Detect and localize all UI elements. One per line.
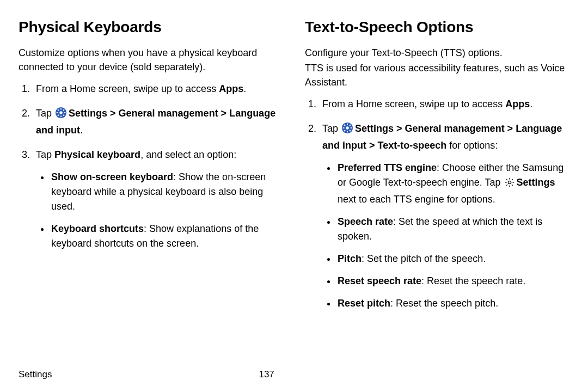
right-intro-2: TTS is used for various accessibility fe… xyxy=(305,61,569,89)
page-footer: Settings 137 xyxy=(19,369,569,380)
text: Tap xyxy=(322,123,341,134)
right-bullet-5: Reset pitch: Reset the speech pitch. xyxy=(336,296,569,311)
text: for options: xyxy=(446,140,498,151)
text: . xyxy=(243,83,246,94)
text: Tap xyxy=(36,108,54,119)
bullet-title: Pitch xyxy=(338,253,362,264)
right-bullet-1: Preferred TTS engine: Choose either the … xyxy=(336,161,569,207)
svg-line-28 xyxy=(512,179,513,180)
two-column-layout: Physical Keyboards Customize options whe… xyxy=(19,16,569,321)
right-bullet-3: Pitch: Set the pitch of the speech. xyxy=(336,252,569,266)
left-step-1: From a Home screen, swipe up to access A… xyxy=(33,82,283,96)
svg-point-11 xyxy=(346,127,349,130)
text: From a Home screen, swipe up to access xyxy=(36,83,219,94)
settings-path-label: Settings > General management > Language… xyxy=(36,108,275,136)
left-column: Physical Keyboards Customize options whe… xyxy=(19,16,283,321)
text: , and select an option: xyxy=(140,149,236,160)
settings-path-label: Settings > General management > Language… xyxy=(322,123,562,151)
left-bullets: Show on-screen keyboard: Show the on-scr… xyxy=(36,170,283,251)
bullet-text: : Reset the speech rate. xyxy=(421,275,525,286)
left-step-3: Tap Physical keyboard, and select an opt… xyxy=(33,148,283,251)
svg-point-1 xyxy=(59,111,63,114)
right-step-2: Tap Settings > General management > Lang… xyxy=(319,121,569,311)
svg-line-25 xyxy=(506,179,507,180)
right-bullet-2: Speech rate: Set the speed at which the … xyxy=(336,215,569,244)
bullet-text: : Set the pitch of the speech. xyxy=(362,253,486,264)
footer-page-number: 137 xyxy=(259,369,274,380)
settings-filled-icon xyxy=(341,122,353,138)
bullet-title: Reset speech rate xyxy=(338,275,421,286)
bullet-text: : Reset the speech pitch. xyxy=(390,298,498,309)
svg-point-20 xyxy=(508,181,511,184)
right-intro-1: Configure your Text-to-Speech (TTS) opti… xyxy=(305,46,569,60)
bullet-title: Keyboard shortcuts xyxy=(51,223,144,234)
settings-filled-icon xyxy=(55,107,67,123)
text: Tap xyxy=(36,149,54,160)
apps-label: Apps xyxy=(219,83,243,94)
settings-label: Settings xyxy=(517,177,555,188)
left-step-2: Tap Settings > General management > Lang… xyxy=(33,106,283,138)
right-steps: From a Home screen, swipe up to access A… xyxy=(305,97,569,311)
left-heading: Physical Keyboards xyxy=(19,19,283,36)
left-bullet-1: Show on-screen keyboard: Show the on-scr… xyxy=(50,170,283,214)
right-column: Text-to-Speech Options Configure your Te… xyxy=(305,16,569,321)
bullet-title: Speech rate xyxy=(338,216,393,227)
bullet-title: Preferred TTS engine xyxy=(338,162,437,173)
left-steps: From a Home screen, swipe up to access A… xyxy=(19,82,283,251)
left-bullet-2: Keyboard shortcuts: Show explanations of… xyxy=(50,222,283,251)
text: . xyxy=(80,125,83,136)
left-intro: Customize options when you have a physic… xyxy=(19,46,283,74)
bullet-title: Show on-screen keyboard xyxy=(51,171,173,182)
physical-keyboard-label: Physical keyboard xyxy=(54,149,140,160)
right-heading: Text-to-Speech Options xyxy=(305,19,569,36)
manual-page: Physical Keyboards Customize options whe… xyxy=(0,0,588,392)
svg-line-27 xyxy=(506,185,507,186)
settings-outline-icon xyxy=(504,177,515,192)
apps-label: Apps xyxy=(505,99,530,109)
text: . xyxy=(530,99,532,109)
bullet-title: Reset pitch xyxy=(338,298,390,309)
text: From a Home screen, swipe up to access xyxy=(322,99,505,109)
footer-section-label: Settings xyxy=(19,369,52,380)
right-bullet-4: Reset speech rate: Reset the speech rate… xyxy=(336,274,569,289)
right-bullets: Preferred TTS engine: Choose either the … xyxy=(322,161,569,311)
right-step-1: From a Home screen, swipe up to access A… xyxy=(319,97,569,112)
bullet-text: next to each TTS engine for options. xyxy=(338,194,495,205)
svg-line-26 xyxy=(512,185,513,186)
